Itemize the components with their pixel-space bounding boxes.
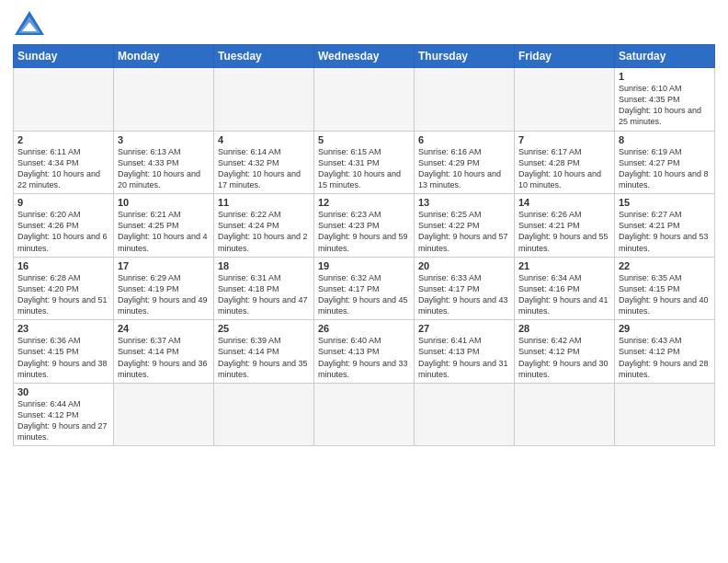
calendar-cell: 21Sunrise: 6:34 AM Sunset: 4:16 PM Dayli… <box>515 257 615 320</box>
day-number: 17 <box>118 260 210 271</box>
day-info: Sunrise: 6:14 AM Sunset: 4:32 PM Dayligh… <box>218 146 310 191</box>
day-info: Sunrise: 6:36 AM Sunset: 4:15 PM Dayligh… <box>17 335 109 380</box>
calendar-cell: 20Sunrise: 6:33 AM Sunset: 4:17 PM Dayli… <box>415 257 515 320</box>
calendar-cell: 29Sunrise: 6:43 AM Sunset: 4:12 PM Dayli… <box>615 320 715 384</box>
weekday-header-wednesday: Wednesday <box>314 45 415 68</box>
day-number: 6 <box>418 134 510 145</box>
day-number: 26 <box>318 323 410 334</box>
day-info: Sunrise: 6:26 AM Sunset: 4:21 PM Dayligh… <box>518 209 610 254</box>
day-number: 4 <box>218 134 310 145</box>
day-number: 19 <box>318 260 410 271</box>
day-number: 14 <box>518 197 610 208</box>
logo <box>13 9 50 37</box>
calendar-cell: 7Sunrise: 6:17 AM Sunset: 4:28 PM Daylig… <box>515 131 615 194</box>
calendar-cell: 4Sunrise: 6:14 AM Sunset: 4:32 PM Daylig… <box>214 131 314 194</box>
calendar-cell <box>515 68 615 132</box>
day-number: 9 <box>17 197 109 208</box>
calendar-cell <box>314 68 415 132</box>
day-number: 15 <box>619 197 711 208</box>
day-info: Sunrise: 6:28 AM Sunset: 4:20 PM Dayligh… <box>17 272 109 317</box>
calendar-cell: 23Sunrise: 6:36 AM Sunset: 4:15 PM Dayli… <box>14 320 114 384</box>
calendar-cell: 22Sunrise: 6:35 AM Sunset: 4:15 PM Dayli… <box>615 257 715 320</box>
calendar-cell: 27Sunrise: 6:41 AM Sunset: 4:13 PM Dayli… <box>415 320 515 384</box>
calendar-cell: 16Sunrise: 6:28 AM Sunset: 4:20 PM Dayli… <box>14 257 114 320</box>
day-number: 21 <box>518 260 610 271</box>
day-info: Sunrise: 6:35 AM Sunset: 4:15 PM Dayligh… <box>619 272 711 317</box>
calendar-cell <box>14 68 114 132</box>
weekday-header-saturday: Saturday <box>615 45 715 68</box>
day-info: Sunrise: 6:17 AM Sunset: 4:28 PM Dayligh… <box>518 146 610 191</box>
day-number: 25 <box>218 323 310 334</box>
day-number: 8 <box>619 134 711 145</box>
day-number: 18 <box>218 260 310 271</box>
calendar-cell: 14Sunrise: 6:26 AM Sunset: 4:21 PM Dayli… <box>515 194 615 258</box>
weekday-header-tuesday: Tuesday <box>214 45 314 68</box>
calendar-cell: 19Sunrise: 6:32 AM Sunset: 4:17 PM Dayli… <box>314 257 415 320</box>
day-number: 7 <box>518 134 610 145</box>
day-info: Sunrise: 6:21 AM Sunset: 4:25 PM Dayligh… <box>118 209 210 254</box>
week-row-4: 16Sunrise: 6:28 AM Sunset: 4:20 PM Dayli… <box>14 257 715 320</box>
day-info: Sunrise: 6:16 AM Sunset: 4:29 PM Dayligh… <box>418 146 510 191</box>
day-info: Sunrise: 6:44 AM Sunset: 4:12 PM Dayligh… <box>17 398 109 443</box>
day-info: Sunrise: 6:20 AM Sunset: 4:26 PM Dayligh… <box>17 209 109 254</box>
day-info: Sunrise: 6:10 AM Sunset: 4:35 PM Dayligh… <box>619 83 711 128</box>
day-info: Sunrise: 6:41 AM Sunset: 4:13 PM Dayligh… <box>418 335 510 380</box>
calendar-cell: 12Sunrise: 6:23 AM Sunset: 4:23 PM Dayli… <box>314 194 415 258</box>
day-number: 3 <box>118 134 210 145</box>
calendar-cell: 1Sunrise: 6:10 AM Sunset: 4:35 PM Daylig… <box>615 68 715 132</box>
day-number: 28 <box>518 323 610 334</box>
day-number: 12 <box>318 197 410 208</box>
calendar-cell: 28Sunrise: 6:42 AM Sunset: 4:12 PM Dayli… <box>515 320 615 384</box>
day-info: Sunrise: 6:42 AM Sunset: 4:12 PM Dayligh… <box>518 335 610 380</box>
header <box>13 9 715 37</box>
weekday-header-monday: Monday <box>114 45 214 68</box>
calendar-cell: 8Sunrise: 6:19 AM Sunset: 4:27 PM Daylig… <box>615 131 715 194</box>
day-number: 20 <box>418 260 510 271</box>
day-info: Sunrise: 6:40 AM Sunset: 4:13 PM Dayligh… <box>318 335 410 380</box>
day-info: Sunrise: 6:29 AM Sunset: 4:19 PM Dayligh… <box>118 272 210 317</box>
week-row-3: 9Sunrise: 6:20 AM Sunset: 4:26 PM Daylig… <box>14 194 715 258</box>
calendar-cell: 9Sunrise: 6:20 AM Sunset: 4:26 PM Daylig… <box>14 194 114 258</box>
day-info: Sunrise: 6:23 AM Sunset: 4:23 PM Dayligh… <box>318 209 410 254</box>
day-info: Sunrise: 6:31 AM Sunset: 4:18 PM Dayligh… <box>218 272 310 317</box>
day-info: Sunrise: 6:13 AM Sunset: 4:33 PM Dayligh… <box>118 146 210 191</box>
page: SundayMondayTuesdayWednesdayThursdayFrid… <box>0 0 728 563</box>
day-number: 27 <box>418 323 510 334</box>
calendar-cell: 15Sunrise: 6:27 AM Sunset: 4:21 PM Dayli… <box>615 194 715 258</box>
week-row-5: 23Sunrise: 6:36 AM Sunset: 4:15 PM Dayli… <box>14 320 715 384</box>
day-info: Sunrise: 6:37 AM Sunset: 4:14 PM Dayligh… <box>118 335 210 380</box>
day-number: 30 <box>17 386 109 397</box>
day-info: Sunrise: 6:33 AM Sunset: 4:17 PM Dayligh… <box>418 272 510 317</box>
day-number: 13 <box>418 197 510 208</box>
day-info: Sunrise: 6:15 AM Sunset: 4:31 PM Dayligh… <box>318 146 410 191</box>
day-number: 29 <box>619 323 711 334</box>
logo-icon <box>13 9 46 37</box>
calendar-cell: 24Sunrise: 6:37 AM Sunset: 4:14 PM Dayli… <box>114 320 214 384</box>
calendar-cell <box>214 383 314 446</box>
week-row-2: 2Sunrise: 6:11 AM Sunset: 4:34 PM Daylig… <box>14 131 715 194</box>
calendar-cell: 26Sunrise: 6:40 AM Sunset: 4:13 PM Dayli… <box>314 320 415 384</box>
weekday-header-thursday: Thursday <box>415 45 515 68</box>
calendar-cell: 2Sunrise: 6:11 AM Sunset: 4:34 PM Daylig… <box>14 131 114 194</box>
calendar: SundayMondayTuesdayWednesdayThursdayFrid… <box>13 44 715 446</box>
calendar-cell <box>114 68 214 132</box>
day-number: 23 <box>17 323 109 334</box>
day-number: 16 <box>17 260 109 271</box>
calendar-cell: 11Sunrise: 6:22 AM Sunset: 4:24 PM Dayli… <box>214 194 314 258</box>
calendar-cell: 3Sunrise: 6:13 AM Sunset: 4:33 PM Daylig… <box>114 131 214 194</box>
day-info: Sunrise: 6:39 AM Sunset: 4:14 PM Dayligh… <box>218 335 310 380</box>
day-info: Sunrise: 6:11 AM Sunset: 4:34 PM Dayligh… <box>17 146 109 191</box>
week-row-6: 30Sunrise: 6:44 AM Sunset: 4:12 PM Dayli… <box>14 383 715 446</box>
day-number: 11 <box>218 197 310 208</box>
calendar-cell <box>114 383 214 446</box>
day-number: 1 <box>619 71 711 82</box>
calendar-cell <box>615 383 715 446</box>
calendar-cell: 10Sunrise: 6:21 AM Sunset: 4:25 PM Dayli… <box>114 194 214 258</box>
calendar-cell: 6Sunrise: 6:16 AM Sunset: 4:29 PM Daylig… <box>415 131 515 194</box>
calendar-cell <box>415 68 515 132</box>
day-info: Sunrise: 6:25 AM Sunset: 4:22 PM Dayligh… <box>418 209 510 254</box>
day-number: 22 <box>619 260 711 271</box>
weekday-header-friday: Friday <box>515 45 615 68</box>
day-number: 2 <box>17 134 109 145</box>
calendar-cell: 13Sunrise: 6:25 AM Sunset: 4:22 PM Dayli… <box>415 194 515 258</box>
